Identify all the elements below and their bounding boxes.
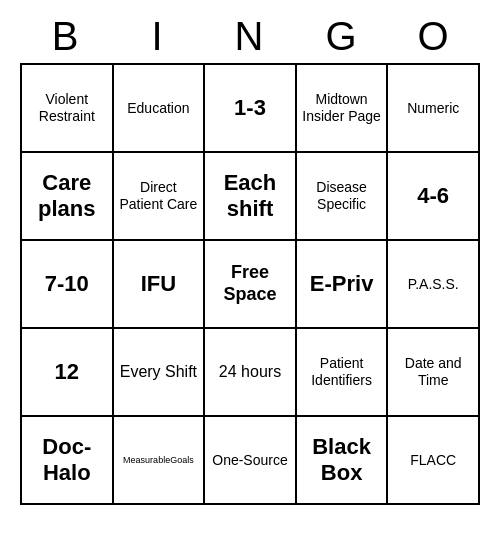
header-letter: N	[204, 10, 296, 63]
bingo-cell-r4-c2: One-Source	[205, 417, 297, 505]
header-letter: G	[296, 10, 388, 63]
bingo-cell-r3-c0: 12	[22, 329, 114, 417]
bingo-cell-r4-c0: Doc-Halo	[22, 417, 114, 505]
bingo-cell-r2-c2: Free Space	[205, 241, 297, 329]
bingo-cell-r1-c0: Care plans	[22, 153, 114, 241]
bingo-cell-r0-c0: Violent Restraint	[22, 65, 114, 153]
bingo-cell-r3-c1: Every Shift	[114, 329, 206, 417]
bingo-cell-r1-c2: Each shift	[205, 153, 297, 241]
bingo-cell-r4-c3: Black Box	[297, 417, 389, 505]
header-letter: O	[388, 10, 480, 63]
bingo-cell-r0-c3: Midtown Insider Page	[297, 65, 389, 153]
bingo-cell-r4-c4: FLACC	[388, 417, 480, 505]
bingo-cell-r0-c1: Education	[114, 65, 206, 153]
bingo-card: BINGO Violent RestraintEducation1-3Midto…	[20, 10, 480, 505]
bingo-cell-r2-c1: IFU	[114, 241, 206, 329]
bingo-cell-r3-c3: Patient Identifiers	[297, 329, 389, 417]
bingo-cell-r1-c3: Disease Specific	[297, 153, 389, 241]
bingo-cell-r3-c4: Date and Time	[388, 329, 480, 417]
bingo-cell-r2-c4: P.A.S.S.	[388, 241, 480, 329]
bingo-cell-r0-c2: 1-3	[205, 65, 297, 153]
header-letter: B	[20, 10, 112, 63]
bingo-cell-r0-c4: Numeric	[388, 65, 480, 153]
bingo-header: BINGO	[20, 10, 480, 63]
bingo-grid: Violent RestraintEducation1-3Midtown Ins…	[20, 63, 480, 505]
header-letter: I	[112, 10, 204, 63]
bingo-cell-r3-c2: 24 hours	[205, 329, 297, 417]
bingo-cell-r1-c4: 4-6	[388, 153, 480, 241]
bingo-cell-r2-c3: E-Priv	[297, 241, 389, 329]
bingo-cell-r4-c1: MeasurableGoals	[114, 417, 206, 505]
bingo-cell-r1-c1: Direct Patient Care	[114, 153, 206, 241]
bingo-cell-r2-c0: 7-10	[22, 241, 114, 329]
